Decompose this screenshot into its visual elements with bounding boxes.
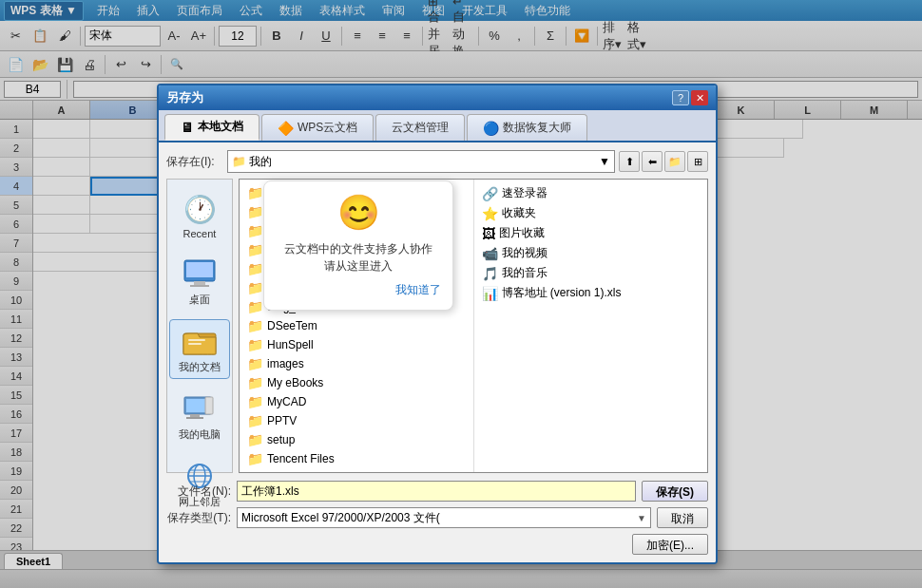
dialog-tabs: 🖥 本地文档 🔶 WPS云文档 云文档管理 🔵 数据恢复大师 bbox=[159, 110, 716, 142]
nav-mydocs-label: 我的文档 bbox=[179, 360, 221, 374]
folder-icon-adobe-scripts: 📁 bbox=[247, 242, 263, 257]
folder-icon-dntg: 📁 bbox=[247, 299, 263, 314]
tab-local[interactable]: 🖥 本地文档 bbox=[164, 114, 259, 141]
file-name-blogxls: 博客地址 (version 1).xls bbox=[502, 285, 622, 301]
speedlogin-icon: 🔗 bbox=[482, 186, 498, 201]
folder-icon-dseaitem: 📁 bbox=[247, 318, 263, 333]
folder-icon-myebooks: 📁 bbox=[247, 375, 263, 390]
file-item-video[interactable]: 📹 我的视频 bbox=[474, 243, 708, 263]
save-as-dialog: 另存为 ? ✕ 🖥 本地文档 🔶 WPS云文档 云文档管理 🔵 数据恢复大师 bbox=[157, 84, 718, 564]
music-icon: 🎵 bbox=[482, 266, 498, 281]
filetype-combo[interactable]: Microsoft Excel 97/2000/XP/2003 文件( ▼ bbox=[237, 507, 651, 528]
tab-local-label: 本地文档 bbox=[198, 119, 243, 135]
tab-recover[interactable]: 🔵 数据恢复大师 bbox=[467, 114, 587, 141]
file-name-favorites: 收藏夹 bbox=[502, 205, 536, 221]
save-dialog-button[interactable]: 保存(S) bbox=[642, 481, 708, 502]
cancel-dialog-button[interactable]: 取消 bbox=[657, 507, 708, 528]
filetype-label: 保存类型(T): bbox=[166, 510, 231, 526]
file-item-pictures[interactable]: 🖼 图片收藏 bbox=[474, 223, 708, 243]
nav-recent[interactable]: 🕐 Recent bbox=[169, 187, 230, 244]
encrypt-row: 加密(E)... bbox=[166, 534, 708, 555]
folder-icon-1: 📁 bbox=[247, 204, 263, 219]
cloud-popup-confirm-button[interactable]: 我知道了 bbox=[276, 282, 441, 298]
folder-icon-0: 📁 bbox=[247, 185, 263, 200]
file-name-pictures: 图片收藏 bbox=[499, 225, 545, 241]
dialog-overlay: 另存为 ? ✕ 🖥 本地文档 🔶 WPS云文档 云文档管理 🔵 数据恢复大师 bbox=[0, 0, 922, 588]
file-item-hunspell[interactable]: 📁 HunSpell bbox=[240, 335, 473, 354]
file-name-images: images bbox=[267, 357, 304, 370]
filename-row: 文件名(N): 保存(S) bbox=[166, 481, 708, 502]
folder-icon-setup: 📁 bbox=[247, 432, 263, 447]
video-icon: 📹 bbox=[482, 246, 498, 261]
file-item-blogxls[interactable]: 📊 博客地址 (version 1).xls bbox=[474, 283, 708, 303]
file-item-setup[interactable]: 📁 setup bbox=[240, 430, 473, 449]
recover-tab-icon: 🔵 bbox=[483, 121, 499, 136]
file-item-pptv[interactable]: 📁 PPTV bbox=[240, 411, 473, 430]
file-name-myebooks: My eBooks bbox=[267, 376, 323, 389]
tab-wps-cloud[interactable]: 🔶 WPS云文档 bbox=[261, 114, 374, 141]
encrypt-button[interactable]: 加密(E)... bbox=[632, 534, 708, 555]
mydocs-icon bbox=[181, 324, 219, 358]
location-combo-value: 📁 我的 bbox=[232, 154, 272, 170]
file-item-mycad[interactable]: 📁 MyCAD bbox=[240, 392, 473, 411]
location-combo[interactable]: 📁 我的 ▼ bbox=[227, 150, 615, 173]
file-item-images[interactable]: 📁 images bbox=[240, 354, 473, 373]
xls-icon: 📊 bbox=[482, 286, 498, 301]
file-name-dseaitem: DSeeTem bbox=[267, 319, 317, 332]
file-name-setup: setup bbox=[267, 433, 295, 446]
wps-cloud-tab-icon: 🔶 bbox=[278, 121, 294, 136]
create-folder-button[interactable]: 📁 bbox=[664, 151, 685, 172]
svg-rect-2 bbox=[194, 281, 205, 285]
svg-rect-11 bbox=[205, 397, 213, 414]
nav-up-button[interactable]: ⬆ bbox=[619, 151, 640, 172]
svg-rect-6 bbox=[188, 343, 202, 345]
file-item-myebooks[interactable]: 📁 My eBooks bbox=[240, 373, 473, 392]
file-name-hunspell: HunSpell bbox=[267, 338, 314, 351]
dialog-body: 😊 云文档中的文件支持多人协作请从这里进入 我知道了 保存在(I): 📁 我的 … bbox=[159, 142, 716, 562]
dialog-bottom: 文件名(N): 保存(S) 保存类型(T): Microsoft Excel 9… bbox=[166, 481, 708, 555]
svg-rect-9 bbox=[190, 414, 200, 417]
nav-back-button[interactable]: ⬅ bbox=[642, 151, 663, 172]
filename-label: 文件名(N): bbox=[166, 484, 231, 500]
folder-icon-c: 📁 bbox=[247, 280, 263, 295]
file-item-music[interactable]: 🎵 我的音乐 bbox=[474, 263, 708, 283]
file-name-video: 我的视频 bbox=[502, 245, 547, 261]
file-name-pptv: PPTV bbox=[267, 414, 297, 427]
nav-mypc[interactable]: 我的电脑 bbox=[169, 387, 230, 446]
dialog-close-button[interactable]: ✕ bbox=[691, 90, 708, 105]
svg-rect-5 bbox=[188, 339, 205, 341]
nav-mypc-label: 我的电脑 bbox=[179, 427, 221, 442]
view-toggle-button[interactable]: ⊞ bbox=[687, 151, 708, 172]
tab-cloud-manage[interactable]: 云文档管理 bbox=[375, 114, 465, 141]
folder-icon-tencent: 📁 bbox=[247, 451, 263, 466]
svg-rect-10 bbox=[186, 417, 203, 419]
file-name-tencent: Tencent Files bbox=[267, 452, 335, 465]
cloud-popup-text: 云文档中的文件支持多人协作请从这里进入 bbox=[276, 240, 441, 275]
nav-desktop[interactable]: 桌面 bbox=[169, 252, 230, 312]
file-item-speedlogin[interactable]: 🔗 速登录器 bbox=[474, 183, 708, 203]
svg-rect-1 bbox=[186, 262, 213, 277]
file-item-favorites[interactable]: ⭐ 收藏夹 bbox=[474, 203, 708, 223]
file-name-mycad: MyCAD bbox=[267, 395, 306, 408]
folder-icon-baidu: 📁 bbox=[247, 261, 263, 276]
folder-icon-mycad: 📁 bbox=[247, 394, 263, 409]
pictures-icon: 🖼 bbox=[482, 226, 495, 241]
filetype-combo-value: Microsoft Excel 97/2000/XP/2003 文件( bbox=[241, 510, 440, 526]
filename-input[interactable] bbox=[237, 481, 636, 502]
file-name-music: 我的音乐 bbox=[502, 265, 547, 281]
dialog-help-button[interactable]: ? bbox=[672, 90, 689, 105]
folder-icon-images: 📁 bbox=[247, 356, 263, 371]
folder-icon-hunspell: 📁 bbox=[247, 337, 263, 352]
file-item-dseaitem[interactable]: 📁 DSeeTem bbox=[240, 316, 473, 335]
desktop-icon bbox=[181, 256, 219, 291]
folder-icon-pptv: 📁 bbox=[247, 413, 263, 428]
file-col-right: 🔗 速登录器 ⭐ 收藏夹 🖼 图片收藏 📹 bbox=[474, 180, 708, 472]
cloud-popup-face: 😊 bbox=[276, 193, 441, 233]
mypc-icon bbox=[181, 391, 219, 426]
dialog-titlebar: 另存为 ? ✕ bbox=[159, 85, 716, 110]
dialog-title: 另存为 bbox=[166, 89, 670, 106]
file-item-tencent[interactable]: 📁 Tencent Files bbox=[240, 449, 473, 468]
nav-recent-label: Recent bbox=[183, 228, 217, 239]
tab-manage-label: 云文档管理 bbox=[392, 120, 449, 136]
nav-mydocs[interactable]: 我的文档 bbox=[169, 319, 230, 379]
